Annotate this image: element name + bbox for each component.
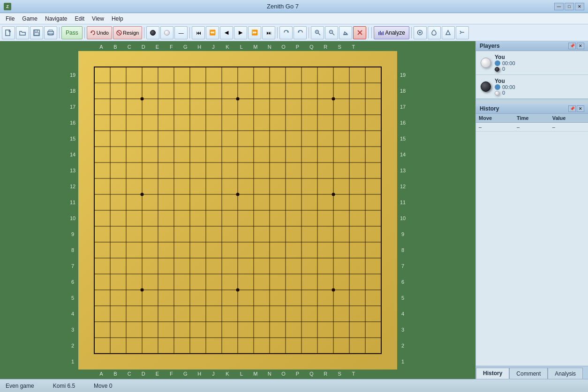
minus-button[interactable]: — xyxy=(174,26,188,39)
white-player-info: You 00:00 0 xyxy=(495,54,583,72)
tab-history[interactable]: History xyxy=(476,368,509,379)
history-panel: History 📌 ✕ Move Time Value xyxy=(476,104,588,379)
save-button[interactable] xyxy=(30,26,43,39)
resign-button[interactable]: Resign xyxy=(113,26,142,39)
prev10-button[interactable]: ⏪ xyxy=(206,26,219,39)
analyze-button[interactable]: Analyze xyxy=(374,26,409,39)
tab-comment[interactable]: Comment xyxy=(509,368,548,379)
prev-button[interactable]: ◀ xyxy=(220,26,233,39)
menu-item-view[interactable]: View xyxy=(88,15,108,23)
row-label-right-11: 11 xyxy=(400,194,406,210)
separator-3 xyxy=(144,27,144,38)
menu-item-edit[interactable]: Edit xyxy=(71,15,88,23)
players-pin-button[interactable]: 📌 xyxy=(568,43,576,49)
row-label-right-8: 8 xyxy=(401,242,404,258)
menu-item-help[interactable]: Help xyxy=(108,15,127,23)
svg-line-16 xyxy=(332,33,334,35)
rotate-ccw-button[interactable] xyxy=(294,26,307,39)
app-title: Zenith Go 7 xyxy=(11,3,554,10)
black-player-time: 00:00 xyxy=(495,84,583,90)
row-label-left-17: 17 xyxy=(70,99,75,115)
print-button[interactable] xyxy=(44,26,57,39)
row-label-left-14: 14 xyxy=(70,147,75,163)
bottom-tabs: History Comment Analysis xyxy=(476,366,588,379)
history-close-button[interactable]: ✕ xyxy=(577,105,584,112)
history-pin-button[interactable]: 📌 xyxy=(568,105,576,112)
row-label-right-3: 3 xyxy=(401,322,404,338)
players-close-button[interactable]: ✕ xyxy=(577,43,584,49)
svg-point-26 xyxy=(419,32,421,34)
col-label-E: E xyxy=(151,44,165,50)
komi-value: Komi 6.5 xyxy=(53,383,75,389)
open-button[interactable] xyxy=(16,26,29,39)
pass-label: Pass xyxy=(66,30,78,36)
row-label-left-6: 6 xyxy=(71,274,74,290)
col-label-J: J xyxy=(206,44,220,50)
tool-btn-2[interactable] xyxy=(428,26,441,39)
separator-7 xyxy=(368,27,369,38)
col-label-bot-K: K xyxy=(220,371,234,377)
history-header-controls: 📌 ✕ xyxy=(568,105,584,112)
next-button[interactable]: ▶ xyxy=(234,26,247,39)
svg-rect-22 xyxy=(380,31,381,35)
pass-button[interactable]: Pass xyxy=(61,26,83,39)
close-button[interactable]: ✕ xyxy=(575,3,584,10)
col-label-F: F xyxy=(164,44,178,50)
col-label-bot-S: S xyxy=(332,371,347,377)
resign-label: Resign xyxy=(123,30,139,36)
menu-item-game[interactable]: Game xyxy=(18,15,41,23)
white-player-row: You 00:00 0 xyxy=(476,51,588,75)
tool-btn-4[interactable] xyxy=(456,26,469,39)
tab-analysis[interactable]: Analysis xyxy=(548,368,583,379)
black-player-name: You xyxy=(495,78,583,84)
col-label-G: G xyxy=(178,44,192,50)
row-label-right-4: 4 xyxy=(401,306,404,322)
col-label-D: D xyxy=(136,44,151,50)
col-label-bot-F: F xyxy=(164,371,178,377)
row-label-left-2: 2 xyxy=(71,338,74,354)
panel-spacer xyxy=(476,99,588,104)
rotate-cw-button[interactable] xyxy=(279,26,293,39)
tool-btn-1[interactable] xyxy=(414,26,427,39)
row-label-right-18: 18 xyxy=(400,83,406,99)
row-label-left-1: 1 xyxy=(71,354,74,370)
black-stone-icon xyxy=(481,81,491,92)
new-button[interactable] xyxy=(2,26,15,39)
zoom-in-button[interactable] xyxy=(311,26,324,39)
stone-black-btn[interactable] xyxy=(146,26,159,39)
row-label-left-10: 10 xyxy=(70,210,75,226)
menu-item-navigate[interactable]: Navigate xyxy=(41,15,71,23)
menu-bar: FileGameNavigateEditViewHelp xyxy=(0,13,588,24)
row-label-left-19: 19 xyxy=(70,67,75,83)
history-cell-move: – xyxy=(476,123,514,132)
col-label-bot-B: B xyxy=(108,371,122,377)
close-tool-button[interactable] xyxy=(353,26,366,39)
row-label-left-18: 18 xyxy=(70,83,75,99)
col-label-T: T xyxy=(347,44,361,50)
go-board[interactable] xyxy=(78,51,397,370)
next10-button[interactable]: ⏩ xyxy=(248,26,261,39)
undo-button[interactable]: Undo xyxy=(87,26,112,39)
svg-line-8 xyxy=(118,31,121,34)
row-label-left-15: 15 xyxy=(70,131,75,147)
zoom-out-button[interactable] xyxy=(325,26,338,39)
history-title: History xyxy=(480,105,499,112)
tool-btn-3[interactable] xyxy=(442,26,455,39)
black-captures-value: 0 xyxy=(502,90,505,96)
white-player-time: 00:00 xyxy=(495,60,583,66)
row-label-right-15: 15 xyxy=(400,131,406,147)
erase-button[interactable] xyxy=(339,26,352,39)
minimize-button[interactable]: — xyxy=(554,3,564,10)
last-button[interactable]: ⏭ xyxy=(262,26,275,39)
menu-item-file[interactable]: File xyxy=(2,15,18,23)
maximize-button[interactable]: □ xyxy=(565,3,574,10)
col-value: Value xyxy=(550,114,588,123)
white-stone-icon xyxy=(481,58,491,68)
right-panel: Players 📌 ✕ You 00:00 0 xyxy=(475,41,588,379)
row-labels-left: 19181716151413121110987654321 xyxy=(68,51,77,370)
white-captures-value: 0 xyxy=(502,66,505,72)
first-button[interactable]: ⏮ xyxy=(192,26,205,39)
history-cell-time: – xyxy=(514,123,550,132)
stone-white-btn[interactable] xyxy=(160,26,173,39)
separator-8 xyxy=(371,27,372,38)
